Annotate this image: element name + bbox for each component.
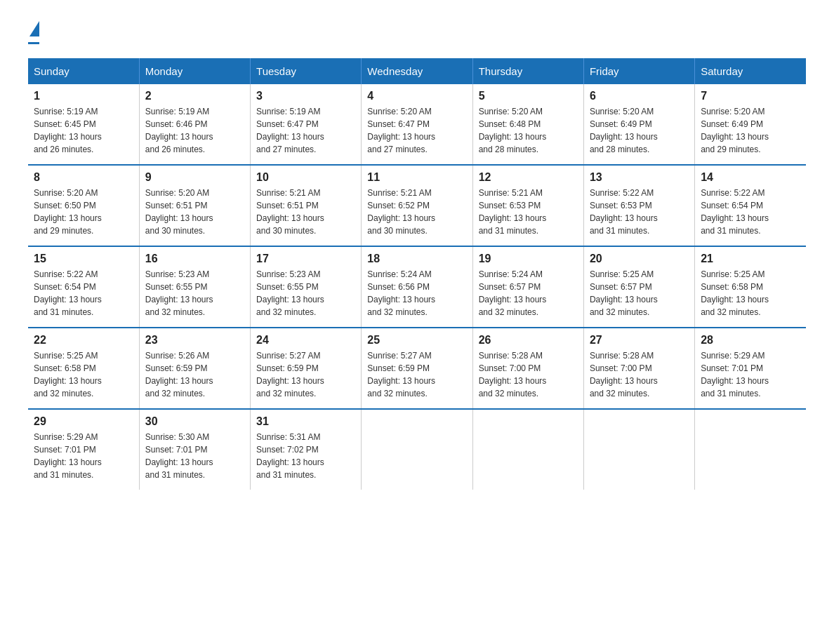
day-number: 26 — [479, 334, 578, 347]
day-number: 29 — [34, 415, 133, 428]
day-info: Sunrise: 5:22 AMSunset: 6:54 PMDaylight:… — [701, 187, 800, 237]
day-number: 8 — [34, 171, 133, 184]
calendar-week-row: 22 Sunrise: 5:25 AMSunset: 6:58 PMDaylig… — [28, 328, 806, 409]
calendar-cell: 10 Sunrise: 5:21 AMSunset: 6:51 PMDaylig… — [251, 165, 362, 246]
day-number: 22 — [34, 334, 133, 347]
day-number: 18 — [367, 253, 466, 265]
day-number: 28 — [701, 334, 800, 347]
day-number: 16 — [145, 253, 244, 265]
day-info: Sunrise: 5:20 AMSunset: 6:48 PMDaylight:… — [479, 105, 578, 156]
day-info: Sunrise: 5:30 AMSunset: 7:01 PMDaylight:… — [145, 431, 244, 481]
day-info: Sunrise: 5:28 AMSunset: 7:00 PMDaylight:… — [479, 349, 578, 400]
calendar-cell: 12 Sunrise: 5:21 AMSunset: 6:53 PMDaylig… — [472, 165, 583, 246]
day-number: 9 — [145, 171, 244, 184]
day-info: Sunrise: 5:25 AMSunset: 6:58 PMDaylight:… — [701, 268, 800, 318]
calendar-cell: 9 Sunrise: 5:20 AMSunset: 6:51 PMDayligh… — [139, 165, 250, 246]
calendar-cell: 22 Sunrise: 5:25 AMSunset: 6:58 PMDaylig… — [28, 328, 139, 409]
calendar-cell: 28 Sunrise: 5:29 AMSunset: 7:01 PMDaylig… — [695, 328, 806, 409]
day-info: Sunrise: 5:22 AMSunset: 6:53 PMDaylight:… — [590, 187, 689, 237]
day-number: 12 — [479, 171, 578, 184]
day-info: Sunrise: 5:28 AMSunset: 7:00 PMDaylight:… — [590, 349, 689, 400]
logo-triangle-icon — [29, 21, 39, 36]
weekday-header-saturday: Saturday — [695, 58, 806, 84]
day-info: Sunrise: 5:31 AMSunset: 7:02 PMDaylight:… — [256, 431, 355, 481]
weekday-header-row: SundayMondayTuesdayWednesdayThursdayFrid… — [28, 58, 806, 84]
day-number: 5 — [479, 90, 578, 102]
day-number: 7 — [701, 90, 800, 102]
day-info: Sunrise: 5:25 AMSunset: 6:58 PMDaylight:… — [34, 349, 133, 400]
calendar-cell: 29 Sunrise: 5:29 AMSunset: 7:01 PMDaylig… — [28, 409, 139, 490]
day-number: 4 — [367, 90, 466, 102]
calendar-week-row: 15 Sunrise: 5:22 AMSunset: 6:54 PMDaylig… — [28, 246, 806, 328]
calendar-cell — [472, 409, 583, 490]
day-number: 20 — [590, 253, 689, 265]
calendar-cell: 6 Sunrise: 5:20 AMSunset: 6:49 PMDayligh… — [583, 84, 694, 165]
day-info: Sunrise: 5:23 AMSunset: 6:55 PMDaylight:… — [145, 268, 244, 318]
day-number: 24 — [256, 334, 355, 347]
calendar-week-row: 8 Sunrise: 5:20 AMSunset: 6:50 PMDayligh… — [28, 165, 806, 246]
calendar-cell: 13 Sunrise: 5:22 AMSunset: 6:53 PMDaylig… — [583, 165, 694, 246]
calendar-week-row: 1 Sunrise: 5:19 AMSunset: 6:45 PMDayligh… — [28, 84, 806, 165]
day-number: 11 — [367, 171, 466, 184]
calendar-cell: 17 Sunrise: 5:23 AMSunset: 6:55 PMDaylig… — [251, 246, 362, 328]
day-info: Sunrise: 5:19 AMSunset: 6:47 PMDaylight:… — [256, 105, 355, 156]
day-info: Sunrise: 5:20 AMSunset: 6:47 PMDaylight:… — [367, 105, 466, 156]
calendar-week-row: 29 Sunrise: 5:29 AMSunset: 7:01 PMDaylig… — [28, 409, 806, 490]
calendar-cell: 1 Sunrise: 5:19 AMSunset: 6:45 PMDayligh… — [28, 84, 139, 165]
day-info: Sunrise: 5:27 AMSunset: 6:59 PMDaylight:… — [256, 349, 355, 400]
day-number: 23 — [145, 334, 244, 347]
weekday-header-tuesday: Tuesday — [251, 58, 362, 84]
day-number: 17 — [256, 253, 355, 265]
day-info: Sunrise: 5:19 AMSunset: 6:45 PMDaylight:… — [34, 105, 133, 156]
calendar-cell: 4 Sunrise: 5:20 AMSunset: 6:47 PMDayligh… — [362, 84, 472, 165]
weekday-header-thursday: Thursday — [472, 58, 583, 84]
logo — [28, 21, 39, 44]
weekday-header-friday: Friday — [583, 58, 694, 84]
calendar-cell: 19 Sunrise: 5:24 AMSunset: 6:57 PMDaylig… — [472, 246, 583, 328]
day-info: Sunrise: 5:25 AMSunset: 6:57 PMDaylight:… — [590, 268, 689, 318]
day-number: 27 — [590, 334, 689, 347]
day-info: Sunrise: 5:21 AMSunset: 6:51 PMDaylight:… — [256, 187, 355, 237]
day-info: Sunrise: 5:20 AMSunset: 6:51 PMDaylight:… — [145, 187, 244, 237]
calendar-cell: 16 Sunrise: 5:23 AMSunset: 6:55 PMDaylig… — [139, 246, 250, 328]
calendar-cell: 18 Sunrise: 5:24 AMSunset: 6:56 PMDaylig… — [362, 246, 472, 328]
weekday-header-wednesday: Wednesday — [362, 58, 472, 84]
day-number: 31 — [256, 415, 355, 428]
calendar-cell — [362, 409, 472, 490]
calendar-cell: 24 Sunrise: 5:27 AMSunset: 6:59 PMDaylig… — [251, 328, 362, 409]
calendar-cell: 8 Sunrise: 5:20 AMSunset: 6:50 PMDayligh… — [28, 165, 139, 246]
calendar-cell: 20 Sunrise: 5:25 AMSunset: 6:57 PMDaylig… — [583, 246, 694, 328]
calendar-cell: 5 Sunrise: 5:20 AMSunset: 6:48 PMDayligh… — [472, 84, 583, 165]
calendar-cell: 11 Sunrise: 5:21 AMSunset: 6:52 PMDaylig… — [362, 165, 472, 246]
day-info: Sunrise: 5:29 AMSunset: 7:01 PMDaylight:… — [701, 349, 800, 400]
day-info: Sunrise: 5:24 AMSunset: 6:57 PMDaylight:… — [479, 268, 578, 318]
calendar-cell: 21 Sunrise: 5:25 AMSunset: 6:58 PMDaylig… — [695, 246, 806, 328]
day-info: Sunrise: 5:26 AMSunset: 6:59 PMDaylight:… — [145, 349, 244, 400]
day-number: 2 — [145, 90, 244, 102]
day-number: 10 — [256, 171, 355, 184]
page-header — [28, 21, 806, 44]
day-info: Sunrise: 5:19 AMSunset: 6:46 PMDaylight:… — [145, 105, 244, 156]
weekday-header-monday: Monday — [139, 58, 250, 84]
day-number: 25 — [367, 334, 466, 347]
day-info: Sunrise: 5:20 AMSunset: 6:49 PMDaylight:… — [590, 105, 689, 156]
day-info: Sunrise: 5:29 AMSunset: 7:01 PMDaylight:… — [34, 431, 133, 481]
day-number: 21 — [701, 253, 800, 265]
day-number: 13 — [590, 171, 689, 184]
day-info: Sunrise: 5:27 AMSunset: 6:59 PMDaylight:… — [367, 349, 466, 400]
day-info: Sunrise: 5:20 AMSunset: 6:49 PMDaylight:… — [701, 105, 800, 156]
calendar-cell: 27 Sunrise: 5:28 AMSunset: 7:00 PMDaylig… — [583, 328, 694, 409]
calendar-cell: 15 Sunrise: 5:22 AMSunset: 6:54 PMDaylig… — [28, 246, 139, 328]
day-info: Sunrise: 5:23 AMSunset: 6:55 PMDaylight:… — [256, 268, 355, 318]
calendar-cell: 14 Sunrise: 5:22 AMSunset: 6:54 PMDaylig… — [695, 165, 806, 246]
calendar-cell — [695, 409, 806, 490]
calendar-cell — [583, 409, 694, 490]
calendar-cell: 7 Sunrise: 5:20 AMSunset: 6:49 PMDayligh… — [695, 84, 806, 165]
day-info: Sunrise: 5:21 AMSunset: 6:52 PMDaylight:… — [367, 187, 466, 237]
day-number: 15 — [34, 253, 133, 265]
calendar-cell: 23 Sunrise: 5:26 AMSunset: 6:59 PMDaylig… — [139, 328, 250, 409]
logo-underline — [28, 42, 39, 44]
calendar-table: SundayMondayTuesdayWednesdayThursdayFrid… — [28, 58, 806, 490]
calendar-cell: 26 Sunrise: 5:28 AMSunset: 7:00 PMDaylig… — [472, 328, 583, 409]
calendar-cell: 3 Sunrise: 5:19 AMSunset: 6:47 PMDayligh… — [251, 84, 362, 165]
